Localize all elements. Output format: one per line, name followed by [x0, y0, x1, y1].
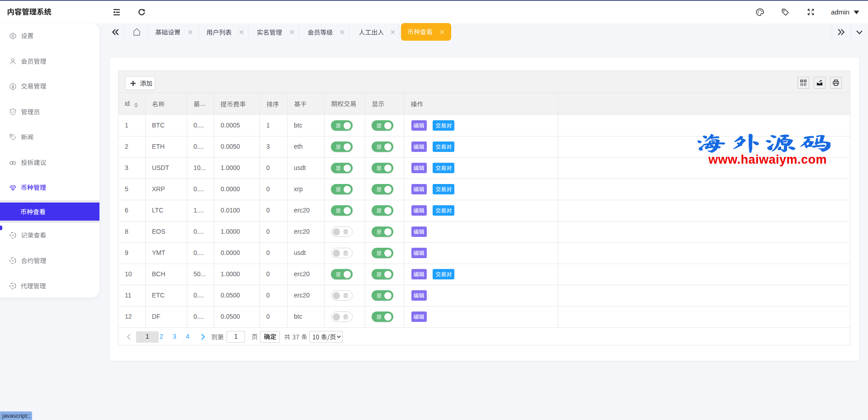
svg-text:$: $: [12, 85, 14, 89]
